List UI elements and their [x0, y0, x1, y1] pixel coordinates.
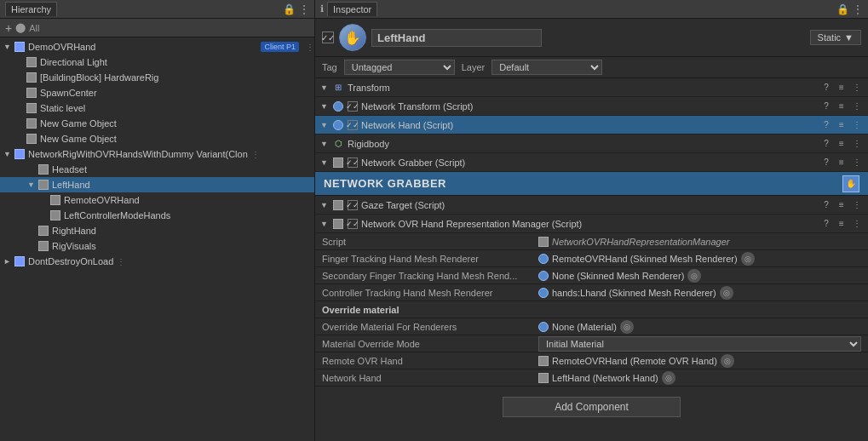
inspector-tab[interactable]: Inspector [327, 2, 377, 16]
networkgrabber-more-btn[interactable]: ⋮ [851, 158, 863, 167]
tree-more-networkrig[interactable]: ⋮ [251, 150, 260, 159]
tree-item-headset[interactable]: Headset [0, 162, 314, 177]
material-override-mode-select[interactable]: Initial Material [538, 336, 861, 352]
network-hand-ref-btn[interactable]: ◎ [662, 371, 675, 385]
networkhand-check[interactable]: ✓ [348, 120, 358, 130]
hierarchy-lock-icon[interactable]: 🔒 [283, 4, 296, 14]
remote-ovr-hand-ref-btn[interactable]: ◎ [721, 354, 734, 368]
tree-more-dontdestroy[interactable]: ⋮ [117, 257, 125, 266]
tree-item-spawncenter[interactable]: SpawnCenter [0, 85, 314, 100]
gazetarget-more-btn[interactable]: ⋮ [851, 200, 863, 209]
component-row-networkovr[interactable]: ✓ Network OVR Hand Representation Manage… [315, 215, 868, 233]
tree-icon-dirlight [26, 56, 37, 68]
object-icon: ✋ [339, 24, 366, 51]
hierarchy-tab[interactable]: Hierarchy [5, 2, 57, 16]
transform-help-btn[interactable]: ? [820, 83, 832, 92]
tree-label-righthand: RightHand [52, 226, 96, 236]
object-active-checkbox[interactable]: ✓ [322, 32, 334, 43]
tree-arrow-networkrig[interactable] [3, 150, 14, 158]
networkhand-globe-icon [333, 120, 343, 130]
hierarchy-more-icon[interactable]: ⋮ [299, 4, 309, 14]
networkovr-check[interactable]: ✓ [348, 219, 358, 229]
add-object-button[interactable]: + [5, 21, 12, 35]
networkhand-help-btn[interactable]: ? [820, 120, 832, 129]
tree-arrow-demo[interactable] [3, 43, 14, 51]
static-button[interactable]: Static ▼ [810, 30, 861, 45]
rigidbody-settings-btn[interactable]: ≡ [836, 139, 848, 148]
tree-item-dirlight[interactable]: Directional Light [0, 54, 314, 70]
remote-ovr-hand-value: RemoteOVRHand (Remote OVR Hand) ◎ [538, 354, 861, 368]
networktransform-more-btn[interactable]: ⋮ [851, 101, 863, 111]
tree-item-leftcontroller[interactable]: LeftControllerModeHands [0, 208, 314, 223]
rigidbody-more-btn[interactable]: ⋮ [851, 139, 863, 148]
tree-item-demo[interactable]: DemoOVRHandClient P1⋮ [0, 39, 314, 54]
transform-arrow [320, 83, 329, 92]
tree-item-remoteovrhand[interactable]: RemoteOVRHand [0, 192, 314, 208]
networktransform-globe-icon [333, 101, 343, 112]
tree-arrow-lefthand[interactable] [27, 180, 37, 189]
component-row-networkgrabber[interactable]: ✓ Network Grabber (Script) ? ≡ ⋮ [315, 153, 868, 172]
networkgrabber-help-btn[interactable]: ? [820, 158, 832, 167]
component-row-networkhand[interactable]: ✓ Network Hand (Script) ? ≡ ⋮ [315, 116, 868, 135]
networkovr-help-btn[interactable]: ? [820, 219, 832, 228]
tree-arrow-dontdestroy[interactable] [3, 257, 14, 266]
add-component-button[interactable]: Add Component [503, 397, 681, 417]
object-name-field[interactable] [371, 29, 542, 47]
override-material-row: Override Material For Renderers None (Ma… [315, 318, 868, 335]
layer-select[interactable]: Default [491, 60, 602, 75]
script-ref-row: Script NetworkOVRHandRepresentationManag… [315, 233, 868, 250]
networktransform-arrow [320, 102, 329, 111]
tree-item-righthand[interactable]: RightHand [0, 223, 314, 238]
component-row-transform[interactable]: ⊞ Transform ? ≡ ⋮ [315, 78, 868, 97]
tree-more-demo[interactable]: ⋮ [306, 43, 314, 52]
tree-item-newobj2[interactable]: New Game Object [0, 131, 314, 146]
finger-tracking-ref-btn[interactable]: ◎ [741, 252, 755, 266]
inspector-more-icon[interactable]: ⋮ [853, 4, 863, 14]
override-material-ref-btn[interactable]: ◎ [620, 320, 634, 334]
finger-tracking-icon [538, 254, 549, 264]
tree-item-rigvisuals[interactable]: RigVisuals [0, 238, 314, 254]
tree-label-lefthand: LeftHand [52, 180, 90, 190]
tree-label-staticlevel: Static level [40, 103, 85, 113]
tree-label-rigvisuals: RigVisuals [52, 241, 96, 251]
networkgrabber-settings-btn[interactable]: ≡ [836, 158, 848, 167]
secondary-finger-ref-btn[interactable]: ◎ [687, 269, 701, 283]
transform-settings-btn[interactable]: ≡ [836, 83, 848, 92]
tag-layer-row: Tag Untagged Layer Default [315, 57, 868, 78]
controller-tracking-ref-btn[interactable]: ◎ [720, 286, 733, 300]
component-row-rigidbody[interactable]: ⬡ Rigidbody ? ≡ ⋮ [315, 135, 868, 153]
tree-label-dontdestroy: DontDestroyOnLoad [28, 256, 113, 266]
tree-item-buildingblock[interactable]: [BuildingBlock] HardwareRig [0, 70, 314, 85]
tree-item-staticlevel[interactable]: Static level [0, 100, 314, 116]
networkhand-more-btn[interactable]: ⋮ [851, 120, 863, 129]
transform-more-btn[interactable]: ⋮ [851, 83, 863, 92]
network-hand-label: Network Hand [322, 373, 535, 383]
networkgrabber-check[interactable]: ✓ [348, 158, 358, 168]
gazetarget-settings-btn[interactable]: ≡ [836, 200, 848, 209]
component-row-gazetarget[interactable]: ✓ Gaze Target (Script) ? ≡ ⋮ [315, 196, 868, 215]
tree-icon-leftcontroller [49, 209, 61, 221]
secondary-finger-value: None (Skinned Mesh Renderer) ◎ [538, 269, 861, 283]
inspector-lock-icon[interactable]: 🔒 [836, 4, 849, 14]
networkovr-more-btn[interactable]: ⋮ [851, 219, 863, 228]
static-row: Static ▼ [810, 30, 861, 45]
networkovr-settings-btn[interactable]: ≡ [836, 219, 848, 228]
grabber-hand-icon: ✋ [842, 175, 859, 192]
tree-item-networkrig[interactable]: NetworkRigWithOVRHandsWithDummy Variant(… [0, 146, 314, 162]
tree-item-lefthand[interactable]: LeftHand [0, 177, 314, 192]
networktransform-help-btn[interactable]: ? [820, 101, 832, 111]
networktransform-settings-btn[interactable]: ≡ [836, 101, 848, 111]
inspector-header: ℹ Inspector 🔒 ⋮ [315, 0, 868, 19]
tree-label-demo: DemoOVRHand [28, 42, 95, 52]
rigidbody-help-btn[interactable]: ? [820, 139, 832, 148]
script-value: NetworkOVRHandRepresentationManager [538, 237, 861, 247]
networktransform-check[interactable]: ✓ [348, 101, 358, 112]
gazetarget-check[interactable]: ✓ [348, 200, 358, 210]
gazetarget-help-btn[interactable]: ? [820, 200, 832, 209]
tree-item-dontdestroy[interactable]: DontDestroyOnLoad⋮ [0, 254, 314, 269]
networkhand-settings-btn[interactable]: ≡ [836, 120, 848, 129]
tag-select[interactable]: Untagged [344, 60, 455, 75]
override-material-header: Override material [315, 301, 868, 318]
tree-item-newobj1[interactable]: New Game Object [0, 116, 314, 131]
component-row-networktransform[interactable]: ✓ Network Transform (Script) ? ≡ ⋮ [315, 97, 868, 116]
